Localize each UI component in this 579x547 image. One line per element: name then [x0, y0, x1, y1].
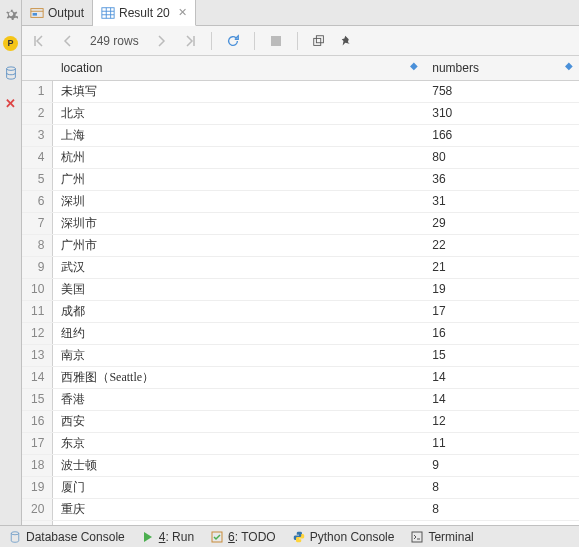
row-number: 8 — [22, 234, 53, 256]
cell-numbers[interactable]: 21 — [424, 256, 579, 278]
cell-numbers[interactable]: 8 — [424, 498, 579, 520]
cell-location[interactable]: 杭州 — [53, 146, 424, 168]
cell-location[interactable]: 上海 — [53, 124, 424, 146]
table-row[interactable]: 16西安12 — [22, 410, 579, 432]
table-row[interactable]: 5广州36 — [22, 168, 579, 190]
sort-icon[interactable]: ◆ — [565, 60, 573, 71]
rows-count-label: 249 rows — [90, 34, 139, 48]
cell-numbers[interactable]: 29 — [424, 212, 579, 234]
stop-button[interactable] — [267, 32, 285, 50]
table-row[interactable]: 2北京310 — [22, 102, 579, 124]
cell-location[interactable]: 广州 — [53, 168, 424, 190]
bottom-tab-run[interactable]: 4: Run — [133, 526, 202, 547]
cell-numbers[interactable]: 17 — [424, 300, 579, 322]
next-page-button[interactable] — [153, 32, 171, 50]
cell-numbers[interactable]: 15 — [424, 344, 579, 366]
table-row[interactable]: 4杭州80 — [22, 146, 579, 168]
column-header-location[interactable]: location◆ — [53, 56, 424, 80]
refresh-button[interactable] — [224, 32, 242, 50]
row-number: 17 — [22, 432, 53, 454]
cell-location[interactable]: 北京 — [53, 102, 424, 124]
cell-location[interactable]: 美国 — [53, 278, 424, 300]
table-row[interactable]: 6深圳31 — [22, 190, 579, 212]
table-row[interactable]: 19厦门8 — [22, 476, 579, 498]
table-row[interactable]: 8广州市22 — [22, 234, 579, 256]
sort-icon[interactable]: ◆ — [410, 60, 418, 71]
todo-icon — [210, 530, 224, 544]
svg-rect-3 — [102, 7, 114, 18]
cell-location[interactable]: 成都 — [53, 300, 424, 322]
bottom-tab-todo[interactable]: 6: TODO — [202, 526, 284, 547]
cell-numbers[interactable]: 14 — [424, 366, 579, 388]
bottom-tab-python-console[interactable]: Python Console — [284, 526, 403, 547]
result-grid[interactable]: location◆ numbers◆ 1未填写7582北京3103上海1664杭… — [22, 56, 579, 525]
settings-icon[interactable] — [3, 6, 19, 22]
tab-output[interactable]: Output — [22, 0, 93, 25]
table-row[interactable]: 18波士顿9 — [22, 454, 579, 476]
cell-location[interactable]: 波士顿 — [53, 454, 424, 476]
cell-location[interactable]: 未填写 — [53, 80, 424, 102]
cell-numbers[interactable]: 36 — [424, 168, 579, 190]
cell-location[interactable]: 深圳市 — [53, 212, 424, 234]
database-icon — [8, 530, 22, 544]
bottom-label: Terminal — [428, 530, 473, 544]
view-button[interactable] — [310, 32, 328, 50]
row-number: 12 — [22, 322, 53, 344]
play-icon — [141, 530, 155, 544]
last-page-button[interactable] — [181, 32, 199, 50]
python-badge-icon[interactable]: P — [3, 36, 18, 51]
bottom-label: Database Console — [26, 530, 125, 544]
cell-numbers[interactable]: 8 — [424, 476, 579, 498]
tool-gutter: P ✕ — [0, 0, 22, 525]
cell-numbers[interactable]: 22 — [424, 234, 579, 256]
database-icon[interactable] — [3, 65, 19, 81]
table-row[interactable]: 10美国19 — [22, 278, 579, 300]
cell-location[interactable]: 西雅图（Seattle） — [53, 366, 424, 388]
separator — [254, 32, 255, 50]
bottom-tab-terminal[interactable]: Terminal — [402, 526, 481, 547]
table-row[interactable]: 11成都17 — [22, 300, 579, 322]
close-icon[interactable]: ✕ — [178, 6, 187, 19]
table-row[interactable]: 3上海166 — [22, 124, 579, 146]
table-row[interactable]: 15香港14 — [22, 388, 579, 410]
cell-numbers[interactable]: 16 — [424, 322, 579, 344]
cell-numbers[interactable]: 9 — [424, 454, 579, 476]
table-row[interactable]: 13南京15 — [22, 344, 579, 366]
cell-location[interactable]: 西安 — [53, 410, 424, 432]
separator — [297, 32, 298, 50]
cell-location[interactable]: 武汉 — [53, 256, 424, 278]
table-row[interactable]: 1未填写758 — [22, 80, 579, 102]
table-row[interactable]: 20重庆8 — [22, 498, 579, 520]
cell-numbers[interactable]: 14 — [424, 388, 579, 410]
table-row[interactable]: 7深圳市29 — [22, 212, 579, 234]
table-row[interactable]: 14西雅图（Seattle）14 — [22, 366, 579, 388]
tab-result[interactable]: Result 20 ✕ — [93, 0, 196, 26]
cell-numbers[interactable]: 166 — [424, 124, 579, 146]
first-page-button[interactable] — [30, 32, 48, 50]
cell-numbers[interactable]: 80 — [424, 146, 579, 168]
table-row[interactable]: 17东京11 — [22, 432, 579, 454]
bottom-label: 4: Run — [159, 530, 194, 544]
cell-location[interactable]: 广州市 — [53, 234, 424, 256]
cell-location[interactable]: 南京 — [53, 344, 424, 366]
cell-numbers[interactable]: 31 — [424, 190, 579, 212]
table-row[interactable]: 9武汉21 — [22, 256, 579, 278]
bottom-tab-db-console[interactable]: Database Console — [0, 526, 133, 547]
cell-location[interactable]: 深圳 — [53, 190, 424, 212]
table-row[interactable]: 12纽约16 — [22, 322, 579, 344]
cell-numbers[interactable]: 12 — [424, 410, 579, 432]
cell-numbers[interactable]: 11 — [424, 432, 579, 454]
cell-numbers[interactable]: 19 — [424, 278, 579, 300]
pin-button[interactable] — [338, 32, 356, 50]
prev-page-button[interactable] — [58, 32, 76, 50]
cell-numbers[interactable]: 758 — [424, 80, 579, 102]
cell-numbers[interactable]: 310 — [424, 102, 579, 124]
cell-location[interactable]: 纽约 — [53, 322, 424, 344]
close-tool-icon[interactable]: ✕ — [3, 95, 19, 111]
cell-location[interactable]: 香港 — [53, 388, 424, 410]
cell-location[interactable]: 厦门 — [53, 476, 424, 498]
cell-location[interactable]: 东京 — [53, 432, 424, 454]
column-header-numbers[interactable]: numbers◆ — [424, 56, 579, 80]
cell-location[interactable]: 重庆 — [53, 498, 424, 520]
row-number: 14 — [22, 366, 53, 388]
